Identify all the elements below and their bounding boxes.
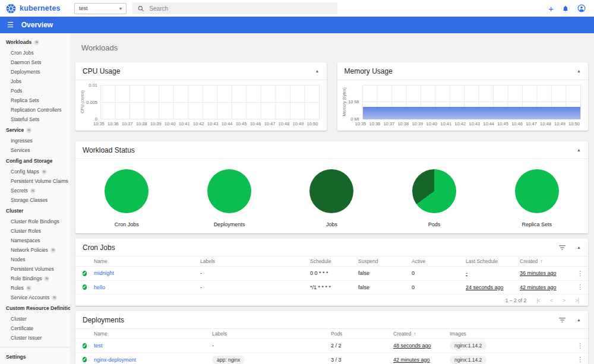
- sidebar-divider: [0, 347, 70, 347]
- cpu-x-axis: 10:3510:3610:3710:3810:3910:4010:4110:42…: [93, 121, 318, 126]
- cell-last-schedule: 24 seconds ago: [466, 284, 504, 290]
- label-chip: app: nginx: [212, 356, 245, 364]
- col-images[interactable]: Images: [450, 331, 570, 337]
- sidebar-item-storage-classes[interactable]: Storage Classes: [0, 195, 70, 205]
- cell-labels: -: [200, 270, 310, 276]
- notifications-bell-icon[interactable]: [562, 5, 569, 12]
- search-icon: [138, 5, 144, 12]
- sidebar-item-crd-cluster-issuer[interactable]: Cluster Issuer: [0, 333, 70, 343]
- cron-job-link[interactable]: midnight: [94, 270, 114, 276]
- page-title: Workloads: [81, 43, 588, 52]
- pie-col-deployments: Deployments: [178, 169, 281, 227]
- collapse-arrow-icon[interactable]: ▲: [577, 148, 581, 152]
- filter-icon[interactable]: [558, 317, 566, 323]
- namespaced-badge-icon: N: [30, 188, 36, 194]
- cpu-ytick-top: 0.01: [89, 83, 97, 88]
- row-actions-kebab-icon[interactable]: ⋮: [572, 270, 583, 277]
- pie-label-cron-jobs: Cron Jobs: [115, 221, 139, 227]
- sidebar-item-namespaces[interactable]: Namespaces: [0, 236, 70, 245]
- memory-usage-card: Memory Usage ▲ Memory (bytes) 10 Mi 0 Mi: [337, 62, 589, 131]
- sidebar-item-cluster-role-bindings[interactable]: Cluster Role Bindings: [0, 217, 70, 226]
- status-ok-icon: ✓: [83, 284, 87, 290]
- row-actions-kebab-icon[interactable]: ⋮: [570, 342, 583, 350]
- col-suspend[interactable]: Suspend: [358, 258, 412, 264]
- sidebar-item-stateful-sets[interactable]: Stateful Sets: [0, 115, 70, 124]
- cell-labels: -: [200, 284, 310, 290]
- pie-label-jobs: Jobs: [326, 221, 337, 227]
- user-profile-icon[interactable]: [577, 4, 586, 12]
- top-header: kubernetes test ▾ +: [0, 0, 594, 17]
- sidebar-item-replica-sets[interactable]: Replica Sets: [0, 96, 70, 105]
- gridline: [362, 102, 581, 102]
- sidebar-section-config-and-storage: Config and Storage: [0, 155, 70, 167]
- sidebar-item-ingresses[interactable]: Ingresses: [0, 136, 70, 145]
- col-name[interactable]: Name: [94, 258, 200, 264]
- brand[interactable]: kubernetes: [0, 4, 70, 14]
- cell-pods: 3 / 3: [331, 357, 393, 363]
- sidebar-item-persistent-volumes[interactable]: Persistent Volumes: [0, 264, 70, 274]
- cell-schedule: 0 0 * * *: [310, 270, 358, 276]
- row-actions-kebab-icon[interactable]: ⋮: [572, 283, 583, 291]
- search-bar[interactable]: [132, 2, 337, 14]
- workload-status-title: Workload Status: [83, 146, 135, 154]
- col-schedule[interactable]: Schedule: [310, 258, 358, 264]
- sidebar-item-crd-certificate[interactable]: Certificate: [0, 324, 70, 333]
- col-labels[interactable]: Labels: [212, 331, 331, 337]
- cpu-ytick-mid: 0.005: [86, 100, 97, 105]
- menu-hamburger-icon[interactable]: ☰: [7, 21, 14, 29]
- collapse-arrow-icon[interactable]: ▲: [577, 69, 581, 73]
- sidebar-item-replication-controllers[interactable]: Replication Controllers: [0, 105, 70, 115]
- sidebar-item-role-bindings[interactable]: Role BindingsN: [0, 274, 70, 283]
- sidebar-item-crd-cluster[interactable]: Cluster: [0, 314, 70, 324]
- sidebar-item-config-maps[interactable]: Config MapsN: [0, 167, 70, 176]
- collapse-arrow-icon[interactable]: ▲: [315, 69, 320, 73]
- cell-created: 36 minutes ago: [520, 270, 557, 276]
- sidebar-item-nodes[interactable]: Nodes: [0, 255, 70, 264]
- search-input[interactable]: [149, 5, 332, 12]
- last-page-icon[interactable]: >|: [575, 297, 579, 303]
- sidebar-item-persistent-volume-claims[interactable]: Persistent Volume ClaimsN: [0, 176, 70, 186]
- status-ok-icon: ✓: [83, 343, 87, 349]
- col-name[interactable]: Name: [94, 331, 212, 337]
- memory-plot-area: [362, 85, 582, 119]
- next-page-icon[interactable]: >: [563, 297, 565, 303]
- col-labels[interactable]: Labels: [200, 258, 310, 264]
- memory-usage-area-series: [363, 107, 581, 119]
- filter-icon[interactable]: [558, 245, 566, 251]
- cpu-usage-card: CPU Usage ▲ CPU (cores) 0.01 0.005 0: [75, 62, 327, 131]
- sidebar-item-cluster-roles[interactable]: Cluster Roles: [0, 226, 70, 236]
- sidebar-item-settings[interactable]: Settings: [0, 351, 70, 363]
- col-active[interactable]: Active: [412, 258, 466, 264]
- sidebar-item-roles[interactable]: RolesN: [0, 283, 70, 293]
- namespace-selector[interactable]: test ▾: [74, 3, 127, 14]
- sidebar-item-service-accounts[interactable]: Service AccountsN: [0, 293, 70, 302]
- sidebar-item-daemon-sets[interactable]: Daemon Sets: [0, 58, 70, 67]
- col-created-sorted[interactable]: Created↑: [393, 331, 450, 337]
- pie-col-pods: Pods: [383, 169, 486, 227]
- sidebar-item-jobs[interactable]: Jobs: [0, 77, 70, 86]
- sidebar-item-workloads[interactable]: WorkloadsN: [0, 36, 70, 48]
- col-pods[interactable]: Pods: [331, 331, 393, 337]
- create-resource-button[interactable]: +: [548, 4, 554, 13]
- sidebar-item-pods[interactable]: Pods: [0, 86, 70, 96]
- sidebar-item-deployments[interactable]: Deployments: [0, 67, 70, 77]
- sidebar-section-cluster: Cluster: [0, 205, 70, 217]
- cron-job-link[interactable]: hello: [94, 284, 105, 290]
- row-actions-kebab-icon[interactable]: ⋮: [570, 356, 583, 363]
- sidebar-item-network-policies[interactable]: Network PoliciesN: [0, 245, 70, 255]
- first-page-icon[interactable]: |<: [536, 297, 540, 303]
- sidebar-item-secrets[interactable]: SecretsN: [0, 186, 70, 195]
- col-last-schedule[interactable]: Last Schedule: [466, 258, 520, 264]
- collapse-arrow-icon[interactable]: ▲: [577, 245, 581, 249]
- pie-col-cron-jobs: Cron Jobs: [75, 169, 178, 227]
- deployment-link[interactable]: test: [94, 343, 103, 349]
- col-created-sorted[interactable]: Created↑: [520, 258, 572, 264]
- previous-page-icon[interactable]: <: [550, 297, 552, 303]
- cpu-usage-chart: CPU (cores) 0.01 0.005 0 10:3510:3610:37: [75, 80, 327, 126]
- deployment-link[interactable]: nginx-deployment: [94, 357, 136, 363]
- sidebar-item-cron-jobs[interactable]: Cron Jobs: [0, 48, 70, 58]
- collapse-arrow-icon[interactable]: ▲: [577, 318, 581, 322]
- sidebar-item-services[interactable]: Services: [0, 145, 70, 155]
- chevron-down-icon: ▾: [119, 6, 122, 11]
- sidebar-item-service[interactable]: ServiceN: [0, 124, 70, 136]
